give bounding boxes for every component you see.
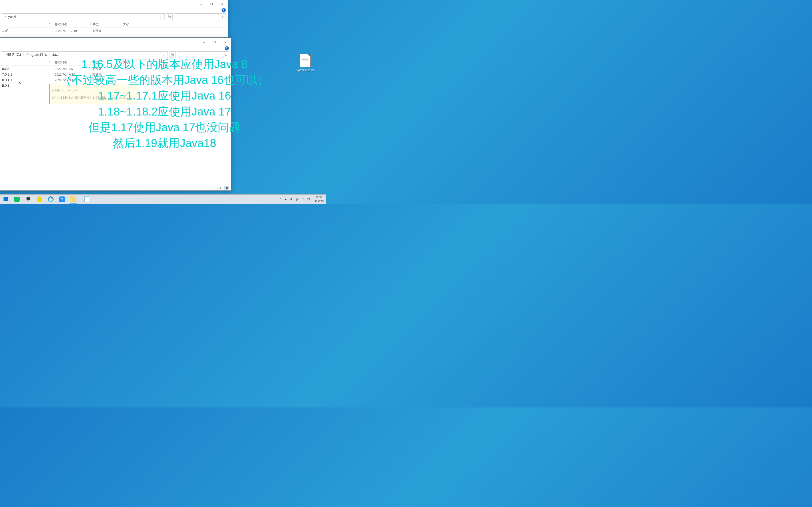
view-large-button[interactable]: ▦	[224, 186, 229, 190]
address-row: › yunki ⌄ ↻ ⌕	[0, 12, 228, 21]
breadcrumb[interactable]: 地磁盘 (C:) › Program Files › Java ⌄	[2, 51, 168, 58]
file-name: 5.0.1	[1, 84, 53, 88]
chevron-right-icon: ›	[5, 15, 6, 18]
chevron-down-icon[interactable]: ⌄	[218, 9, 220, 12]
tray-overflow[interactable]: ⌃	[277, 194, 283, 204]
breadcrumb[interactable]: › yunki ⌄	[2, 13, 165, 20]
file-type: 文件夹	[91, 67, 121, 71]
explorer-window-back: ─ ☐ ✕ ⌄ ? › yunki ⌄ ↻ ⌕ ⌃ 修改日期 类型 大小 ...…	[0, 0, 228, 38]
ribbon-collapse-row: ⌄ ?	[0, 46, 231, 50]
taskbar-separator	[80, 196, 80, 202]
column-size[interactable]: 大小	[121, 22, 145, 26]
column-date[interactable]: 修改日期	[53, 22, 91, 26]
search-icon: ⌕	[222, 15, 224, 18]
text-document-icon	[300, 54, 311, 67]
wechat-icon	[14, 197, 20, 202]
list-item[interactable]: 8.0.1.1 2022/7/12 9:15 文件夹	[1, 77, 230, 83]
chevron-right-icon: ›	[23, 54, 24, 56]
taskbar-explorer[interactable]	[68, 194, 79, 204]
tray-clock[interactable]: 12:53 2022/7/1	[312, 196, 326, 203]
taskbar-edge[interactable]	[45, 194, 56, 204]
chevron-down-icon[interactable]: ⌄	[221, 47, 223, 50]
help-icon[interactable]: ?	[224, 46, 229, 50]
notepad-icon	[84, 196, 89, 202]
help-icon[interactable]: ?	[221, 8, 226, 12]
breadcrumb-item-pf[interactable]: Program Files	[26, 52, 48, 57]
taskbar-wechat[interactable]	[11, 194, 22, 204]
file-type: 文件夹	[91, 29, 121, 33]
list-item[interactable]: a333 2022/7/8 2:37 文件夹	[1, 66, 230, 72]
column-name[interactable]: ⌃	[1, 23, 53, 25]
titlebar[interactable]: ─ ☐ ✕	[0, 0, 228, 8]
taskbar-thunder[interactable]: ↯	[56, 194, 68, 204]
file-date: 2022/7/8 2:37	[53, 67, 91, 71]
minimize-button[interactable]: ─	[195, 0, 206, 8]
thunder-icon: ↯	[59, 196, 65, 202]
chevron-right-icon: ›	[49, 54, 50, 56]
file-date: 2022/7/14 0:36	[53, 73, 91, 76]
file-name: a333	[1, 67, 53, 71]
maximize-button[interactable]: ☐	[209, 38, 220, 46]
file-type: 文件夹	[91, 72, 121, 76]
address-row: 地磁盘 (C:) › Program Files › Java ⌄ ↻ ⌕	[0, 50, 231, 59]
tray-network-icon[interactable]: 🖧	[288, 194, 294, 204]
view-details-button[interactable]: ☰	[217, 186, 223, 190]
desktop-icon-label: 新建文本文 档	[296, 68, 314, 72]
edge-icon	[48, 196, 54, 202]
search-input[interactable]: ⌕	[177, 51, 229, 58]
file-name: ...oft	[1, 29, 53, 33]
file-name: 8.0.1.1	[1, 78, 53, 82]
taskbar[interactable]: ↯ ⌃ ☁ 🖧 🔊 中 拼 12:53 2022/7/1	[0, 194, 326, 204]
search-input[interactable]: ⌕	[174, 13, 226, 20]
close-button[interactable]: ✕	[217, 0, 228, 8]
titlebar[interactable]: ─ ☐ ✕	[0, 38, 231, 46]
start-button[interactable]	[0, 194, 11, 204]
clock-time: 12:53	[313, 196, 324, 199]
refresh-button[interactable]: ↻	[169, 51, 176, 58]
columns-header[interactable]: ⌃ 修改日期 类型 大小	[0, 21, 228, 27]
breadcrumb-dropdown[interactable]: ⌄	[161, 54, 166, 56]
column-type[interactable]: 类型	[91, 60, 121, 64]
windows-logo-icon	[4, 197, 8, 202]
tooltip-line: 文件: ASSEMBLY_EXCEPTION, LICENSE, readme,…	[51, 96, 135, 100]
list-item[interactable]: ...oft 2022/7/18 12:49 文件夹	[1, 28, 227, 34]
sort-indicator-icon: ⌃	[49, 23, 51, 25]
explorer-window-front: ─ ☐ ✕ ⌄ ? 地磁盘 (C:) › Program Files › Jav…	[0, 38, 231, 190]
breadcrumb-item[interactable]: yunki	[7, 14, 17, 19]
system-tray: ⌃ ☁ 🖧 🔊 中 拼 12:53 2022/7/1	[277, 194, 326, 204]
column-size[interactable]: 大小	[121, 60, 145, 64]
refresh-button[interactable]: ↻	[166, 13, 173, 20]
tray-ime-lang[interactable]: 中	[300, 194, 306, 204]
file-list: ...oft 2022/7/18 12:49 文件夹	[0, 27, 228, 34]
qqmusic-icon	[37, 196, 42, 202]
maximize-button[interactable]: ☐	[206, 0, 217, 8]
folder-tooltip: 文件夹: bin, conf, incl... 文件: ASSEMBLY_EXC…	[49, 84, 137, 104]
tray-volume-icon[interactable]: 🔊	[294, 194, 300, 204]
breadcrumb-item-disk[interactable]: 地磁盘 (C:)	[4, 52, 22, 57]
file-name: 7.0.3.1	[1, 72, 53, 76]
column-type[interactable]: 类型	[91, 22, 121, 26]
columns-header[interactable]: ⌃ 修改日期 类型 大小	[0, 59, 231, 65]
sort-indicator-icon: ⌃	[49, 61, 51, 63]
tray-ime-mode[interactable]: 拼	[306, 194, 312, 204]
breadcrumb-item-java[interactable]: Java	[51, 52, 60, 57]
search-icon: ⌕	[225, 53, 227, 57]
breadcrumb-dropdown[interactable]: ⌄	[158, 15, 163, 18]
close-button[interactable]: ✕	[220, 38, 231, 46]
list-item[interactable]: 7.0.3.1 2022/7/14 0:36 文件夹	[1, 72, 230, 77]
taskbar-music[interactable]	[34, 194, 45, 204]
column-date[interactable]: 修改日期	[53, 60, 91, 64]
taskbar-qq[interactable]	[22, 194, 34, 204]
file-date: 2022/7/18 12:49	[53, 29, 91, 33]
file-date: 2022/7/12 9:15	[53, 78, 91, 82]
ribbon-collapse-row: ⌄ ?	[0, 8, 228, 12]
file-type: 文件夹	[91, 78, 121, 82]
clock-date: 2022/7/1	[313, 199, 324, 203]
minimize-button[interactable]: ─	[198, 38, 209, 46]
tray-onedrive-icon[interactable]: ☁	[283, 194, 288, 204]
statusbar: ☰ ▦	[0, 185, 231, 190]
qq-icon	[26, 196, 31, 202]
column-name[interactable]: ⌃	[1, 61, 53, 63]
desktop-icon-textdoc[interactable]: 新建文本文 档	[296, 54, 315, 72]
taskbar-notepad[interactable]	[81, 194, 92, 204]
